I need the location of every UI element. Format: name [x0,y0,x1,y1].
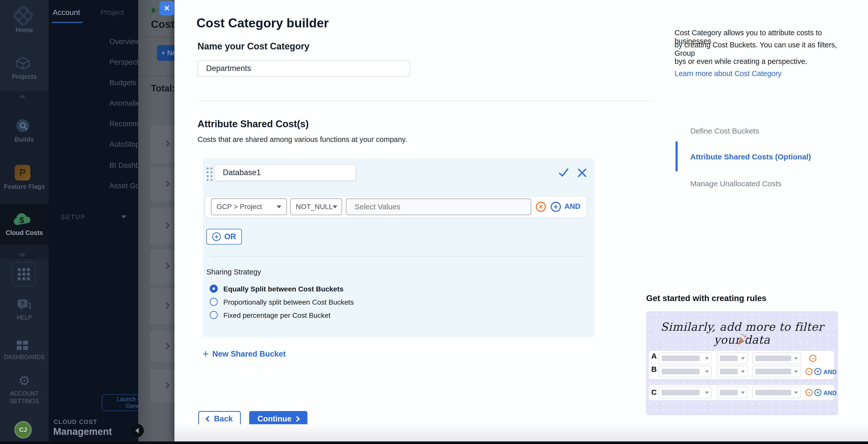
table-row[interactable] [150,125,175,163]
new-shared-bucket-link[interactable]: + New Shared Bucket [203,348,286,360]
select-values-input[interactable] [346,199,531,215]
name-section-label: Name your Cost Category [197,41,309,52]
illustration-add-icon: + [814,368,822,375]
field-select[interactable]: GCP > Project [211,199,287,215]
product-name: Management [53,426,112,437]
feature-flags-icon[interactable] [15,165,30,180]
back-button[interactable]: Back [198,411,241,427]
radio-equally-split-label[interactable]: Equally Split between Cost Buckets [223,285,344,293]
drag-handle-icon[interactable] [207,168,212,181]
scroll-up-icon[interactable] [19,94,26,98]
table-row[interactable] [150,288,175,324]
radio-proportionally-split-label[interactable]: Proportionally split between Cost Bucket… [223,298,354,306]
app-screen: Home Projects Builds Feature Flags [0,0,868,444]
builds-icon[interactable] [14,117,31,135]
bucket-name-input[interactable] [214,164,356,181]
avatar[interactable]: CJ [14,421,32,438]
party-popper-icon [735,333,748,347]
operator-select[interactable]: NOT_NULL [290,199,342,215]
setup-section-label[interactable]: SETUP [61,213,86,221]
illustration-operator-select [717,366,748,377]
shared-bucket-card: GCP > Project NOT_NULL ✕ + AND + OR Shar… [203,158,594,337]
illustration-values-select [752,387,801,398]
background-cloud-costs-icon: $ [148,6,159,15]
illustration-values-select [752,353,801,364]
row-chevron-right-icon [163,263,170,269]
rail-item-projects-label[interactable]: Projects [0,73,49,80]
chevron-right-icon [294,416,300,422]
step-define-cost-buckets[interactable]: Define Cost Buckets [690,126,852,136]
close-button[interactable]: ✕ [159,1,174,16]
table-row[interactable] [150,249,175,283]
tab-project[interactable]: Project [100,8,124,17]
illustration-rule-card: C − + AND [649,385,834,400]
table-row[interactable] [150,331,175,362]
back-button-label: Back [214,414,233,423]
dashboards-icon[interactable] [17,341,28,350]
cloud-costs-icon[interactable]: $ [13,212,32,227]
radio-fixed-percentage-label[interactable]: Fixed percentage per Cost Bucket [223,312,331,320]
rail-item-help-label[interactable]: HELP [0,314,49,321]
remove-condition-icon[interactable]: ✕ [536,202,546,212]
row-chevron-right-icon [163,222,170,229]
divider [138,37,175,37]
and-button-label[interactable]: AND [564,202,580,211]
chevron-left-icon [206,416,211,422]
rail-item-feature-flags-label[interactable]: Feature Flags [0,183,49,190]
radio-fixed-percentage[interactable] [210,311,218,319]
illustration-remove-icon: − [805,389,812,396]
table-row[interactable] [150,369,175,403]
illustration-rule-card: A − B − + AND [649,351,834,379]
illustration-values-select [752,366,801,377]
tab-account[interactable]: Account [53,8,80,17]
row-chevron-right-icon [163,180,170,187]
table-row[interactable] [150,167,175,201]
row-chevron-right-icon [163,343,170,350]
home-icon[interactable] [15,8,31,24]
background-page: $ Cost + Ne Total: [138,0,175,441]
rail-item-dashboards-label[interactable]: DASHBOARDS [0,354,49,361]
row-chevron-right-icon [163,382,170,389]
add-or-condition-button[interactable]: + OR [206,229,242,244]
module-sidebar: Account Project Overview Perspectives Bu… [49,0,138,444]
operator-select-value: NOT_NULL [296,203,333,211]
continue-button[interactable]: Continue [249,411,307,427]
learn-more-link[interactable]: Learn more about Cost Category [675,67,852,80]
tab-account-underline [52,22,82,23]
attribute-shared-costs-heading: Attribute Shared Cost(s) [197,119,309,129]
delete-bucket-icon[interactable] [577,168,587,178]
step-attribute-shared-costs[interactable]: Attribute Shared Costs (Optional) [690,152,852,162]
row-chevron-right-icon [163,302,170,309]
background-page-title: Cost [151,18,175,30]
rail-item-builds-label[interactable]: Builds [0,136,49,143]
step-manage-unallocated-costs[interactable]: Manage Unallocated Costs [690,179,852,188]
plus-circle-icon: + [212,232,221,241]
rail-item-home-label[interactable]: Home [0,26,49,34]
condition-row: GCP > Project NOT_NULL ✕ + AND [205,197,586,217]
illustration-operator-select [717,353,748,364]
rail-item-account-settings-label2[interactable]: SETTINGS [0,398,49,405]
cost-category-name-input[interactable] [197,60,410,77]
sidebar-collapse-button[interactable] [130,424,144,437]
new-cost-category-button[interactable]: + Ne [157,45,175,61]
active-step-indicator [676,141,678,171]
gear-icon[interactable]: ⚙ [0,373,49,388]
modules-grid-icon[interactable] [12,262,35,286]
scroll-down-icon[interactable] [19,254,26,257]
bucket-name-field-wrap [214,164,356,181]
radio-proportionally-split[interactable] [210,298,218,306]
card-divider [210,256,587,257]
or-button-label: OR [224,232,236,241]
chevron-down-icon [277,206,281,208]
confirm-bucket-icon[interactable] [559,168,569,178]
setup-chevron-down-icon[interactable] [121,215,127,218]
rail-item-cloud-costs-label[interactable]: Cloud Costs [0,229,49,236]
add-and-condition-icon[interactable]: + [551,202,561,212]
illustration-remove-icon: − [809,355,816,362]
projects-cube-icon[interactable] [14,55,31,73]
table-row[interactable] [150,208,175,244]
rail-item-account-settings-label1[interactable]: ACCOUNT [0,390,49,397]
help-icon[interactable]: ? [16,298,32,314]
radio-equally-split[interactable] [210,285,218,293]
row-chevron-right-icon [163,140,170,147]
